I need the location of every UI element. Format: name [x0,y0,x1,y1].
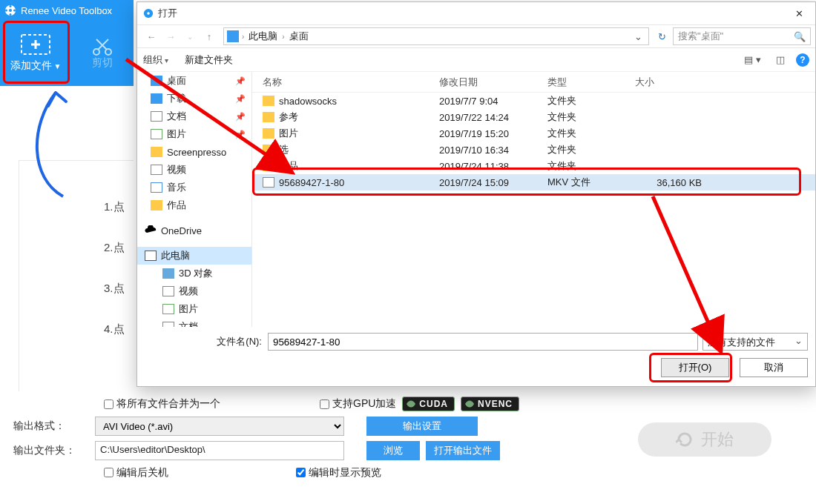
breadcrumb-desktop[interactable]: 桌面 [285,30,313,43]
pc-icon [227,30,239,42]
3d-objects-icon [162,268,174,279]
step-3: 3.点 [104,282,125,296]
search-icon: 🔍 [794,31,806,42]
picture-icon [151,129,162,139]
close-button[interactable]: ✕ [783,8,815,19]
download-icon [151,93,162,104]
svg-point-4 [5,10,7,12]
folder-icon [263,112,274,122]
folder-icon [263,128,274,139]
nav-back-button[interactable]: ← [142,31,161,42]
shutdown-checkbox[interactable]: 编辑后关机 [101,465,168,480]
output-panel: 将所有文件合并为一个 支持GPU加速 CUDA NVENC 输出格式： AVI … [0,391,816,504]
refresh-icon [676,431,694,448]
pc-icon [145,251,157,261]
column-headers[interactable]: 名称 修改日期 类型 大小 [252,72,815,93]
merge-all-checkbox[interactable]: 将所有文件合并为一个 [101,397,220,411]
pin-icon: 📌 [235,94,246,104]
file-row[interactable]: 作品2019/7/24 11:38文件夹 [252,158,815,174]
video-icon [162,286,174,296]
nav-up-button[interactable]: ↑ [200,31,219,42]
address-dropdown-button[interactable]: ⌄ [631,31,645,42]
search-input[interactable]: 搜索"桌面" 🔍 [673,27,811,45]
output-settings-button[interactable]: 输出设置 [366,417,478,436]
output-folder-field[interactable]: C:\Users\editor\Desktop\ [95,441,344,460]
dropdown-caret-icon: ▼ [54,62,62,70]
col-size[interactable]: 大小 [635,76,709,89]
folder-icon [263,96,274,106]
step-2: 2.点 [104,241,125,255]
music-icon [151,182,162,193]
nav-forward-button[interactable]: → [161,31,180,42]
pin-icon: 📌 [235,130,246,139]
open-button[interactable]: 打开(O) [661,358,729,377]
app-titlebar: Renee Video Toolbox [0,0,134,21]
gpu-checkbox[interactable]: 支持GPU加速 [317,397,396,411]
output-format-select[interactable]: AVI Video (*.avi) [95,417,344,436]
nav-recent-button[interactable]: ⌄ [180,33,200,41]
file-row[interactable]: shadowsocks2019/7/7 9:04文件夹 [252,93,815,109]
col-type[interactable]: 类型 [547,76,635,89]
cuda-badge: CUDA [402,397,455,411]
svg-point-3 [10,13,12,16]
scissors-icon [91,37,114,56]
file-row[interactable]: 选2019/7/10 16:34文件夹 [252,142,815,158]
svg-point-5 [13,10,16,12]
document-icon [151,111,162,122]
nvenc-badge: NVENC [461,397,519,411]
file-row[interactable]: 参考2019/7/22 14:24文件夹 [252,109,815,125]
start-button[interactable]: 开始 [638,422,771,457]
help-button[interactable]: ? [796,53,809,67]
app-small-icon [143,8,154,19]
preview-pane-button[interactable]: ◫ [772,53,789,67]
add-file-button[interactable]: 添加文件 ▼ [0,21,71,86]
svg-point-10 [147,12,150,15]
step-4: 4.点 [104,322,125,336]
desktop-icon [151,76,162,86]
refresh-button[interactable]: ↻ [654,31,670,42]
pin-icon: 📌 [235,112,246,122]
dialog-toolbar: 组织 新建文件夹 ▤ ▾ ◫ ? [137,48,815,72]
dialog-nav: ← → ⌄ ↑ › 此电脑 › 桌面 ⌄ ↻ 搜索"桌面" 🔍 [137,24,815,48]
video-icon [151,165,162,175]
col-name[interactable]: 名称 [252,76,439,89]
file-filter-select[interactable]: 所有支持的文件 [703,333,808,351]
file-icon [263,177,274,188]
view-mode-button[interactable]: ▤ ▾ [740,53,765,67]
nvidia-eye-icon [406,399,416,408]
col-date[interactable]: 修改日期 [439,76,547,89]
app-logo-icon [4,4,16,16]
dialog-footer: 文件名(N): 所有支持的文件 打开(O) 取消 [137,327,815,386]
step-1: 1.点 [104,200,125,214]
picture-icon [162,304,174,314]
file-row[interactable]: 95689427-1-802019/7/24 15:09MKV 文件36,160… [252,174,815,190]
svg-point-2 [10,5,12,7]
cut-button[interactable]: 剪切 [71,21,134,86]
organize-menu[interactable]: 组织 [143,53,168,67]
address-bar[interactable]: › 此电脑 › 桌面 ⌄ [223,27,649,45]
app-title: Renee Video Toolbox [21,5,112,16]
new-folder-button[interactable]: 新建文件夹 [185,53,233,67]
folder-icon [263,161,274,171]
folder-icon [151,200,162,210]
breadcrumb-thispc[interactable]: 此电脑 [244,30,282,43]
browse-button[interactable]: 浏览 [366,441,420,460]
output-folder-label: 输出文件夹： [13,444,95,457]
nav-tree[interactable]: 桌面📌 下载📌 文档📌 图片📌 Screenpresso 视频 音乐 作品 On… [137,72,252,339]
onedrive-icon [145,225,158,236]
svg-point-1 [9,9,12,12]
cancel-button[interactable]: 取消 [740,358,808,377]
file-list[interactable]: 名称 修改日期 类型 大小 shadowsocks2019/7/7 9:04文件… [252,72,815,339]
open-output-button[interactable]: 打开输出文件 [426,441,500,460]
filename-input[interactable] [268,333,698,351]
output-format-label: 输出格式： [13,420,95,433]
folder-icon [263,145,274,155]
preview-checkbox[interactable]: 编辑时显示预览 [293,465,381,480]
step-hints: 1.点 2.点 3.点 4.点 [104,200,125,363]
add-file-icon [21,34,50,55]
nvidia-eye-icon [464,399,475,408]
file-row[interactable]: 图片2019/7/19 15:20文件夹 [252,125,815,142]
dialog-titlebar: 打开 ✕ [137,2,815,24]
file-open-dialog: 打开 ✕ ← → ⌄ ↑ › 此电脑 › 桌面 ⌄ ↻ 搜索"桌面" 🔍 组织 … [136,1,816,387]
pin-icon: 📌 [235,76,246,86]
